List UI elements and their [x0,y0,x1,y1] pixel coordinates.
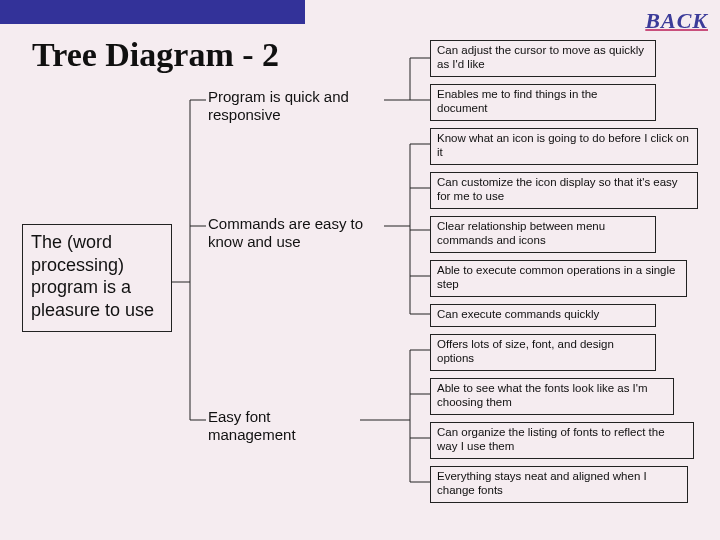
leaf-single-step: Able to execute common operations in a s… [430,260,687,297]
leaf-execute-fast: Can execute commands quickly [430,304,656,327]
page-title: Tree Diagram - 2 [32,36,279,74]
mid-node-responsive: Program is quick and responsive [208,88,388,124]
leaf-cursor-speed: Can adjust the cursor to move as quickly… [430,40,656,77]
leaf-font-listing: Can organize the listing of fonts to ref… [430,422,694,459]
leaf-find-document: Enables me to find things in the documen… [430,84,656,121]
mid-node-fonts: Easy font management [208,408,358,444]
mid-node-commands: Commands are easy to know and use [208,215,388,251]
top-color-bar [0,0,305,24]
leaf-stay-aligned: Everything stays neat and aligned when I… [430,466,688,503]
leaf-menu-icon-rel: Clear relationship between menu commands… [430,216,656,253]
back-button[interactable]: BACK [645,8,708,34]
tree-root-node: The (word processing) program is a pleas… [22,224,172,332]
leaf-font-preview: Able to see what the fonts look like as … [430,378,674,415]
leaf-font-options: Offers lots of size, font, and design op… [430,334,656,371]
leaf-customize-icons: Can customize the icon display so that i… [430,172,698,209]
leaf-know-icon: Know what an icon is going to do before … [430,128,698,165]
